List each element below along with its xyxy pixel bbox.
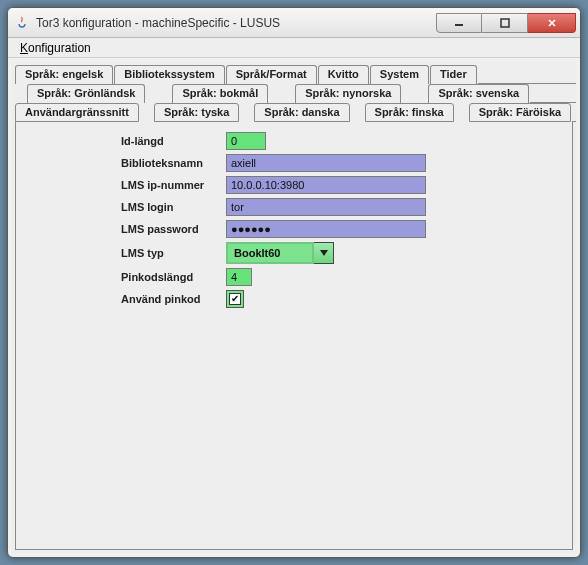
label-lms-ip: LMS ip-nummer	[26, 179, 226, 191]
label-biblioteksnamn: Biblioteksnamn	[26, 157, 226, 169]
input-pinkodslangd[interactable]	[226, 268, 252, 286]
checkbox-anvand-pinkod[interactable]: ✔	[226, 290, 244, 308]
label-lms-typ: LMS typ	[26, 247, 226, 259]
tab-sprak-danska[interactable]: Språk: danska	[254, 103, 349, 122]
tab-tider[interactable]: Tider	[430, 65, 477, 84]
label-lms-password: LMS password	[26, 223, 226, 235]
input-lms-login[interactable]	[226, 198, 426, 216]
tab-sprak-faroiska[interactable]: Språk: Färöiska	[469, 103, 572, 122]
window-buttons	[436, 13, 576, 33]
minimize-button[interactable]	[436, 13, 482, 33]
tab-system[interactable]: System	[370, 65, 429, 84]
form-panel: Id-längd Biblioteksnamn LMS ip-nummer LM…	[15, 122, 573, 550]
tab-row-3: Användargränssnitt Språk: tyska Språk: d…	[12, 103, 576, 122]
menu-konfiguration[interactable]: Konfiguration	[14, 39, 97, 57]
input-lms-ip[interactable]	[226, 176, 426, 194]
maximize-button[interactable]	[482, 13, 528, 33]
svg-rect-0	[455, 24, 463, 26]
tab-sprak-tyska[interactable]: Språk: tyska	[154, 103, 239, 122]
tab-row-2: Språk: Grönländsk Språk: bokmål Språk: n…	[12, 84, 576, 103]
tab-sprak-gronlandsk[interactable]: Språk: Grönländsk	[27, 84, 145, 103]
tab-anvandargranssnitt[interactable]: Användargränssnitt	[15, 103, 139, 122]
tab-sprak-format[interactable]: Språk/Format	[226, 65, 317, 84]
combo-lms-typ[interactable]: BookIt60	[226, 242, 334, 264]
input-lms-password[interactable]	[226, 220, 426, 238]
tab-sprak-svenska[interactable]: Språk: svenska	[428, 84, 529, 103]
tab-sprak-nynorska[interactable]: Språk: nynorska	[295, 84, 401, 103]
label-id-langd: Id-längd	[26, 135, 226, 147]
tab-bibliotekssystem[interactable]: Bibliotekssystem	[114, 65, 224, 84]
close-button[interactable]	[528, 13, 576, 33]
label-anvand-pinkod: Använd pinkod	[26, 293, 226, 305]
label-pinkodslangd: Pinkodslängd	[26, 271, 226, 283]
client-area: Språk: engelsk Bibliotekssystem Språk/Fo…	[12, 62, 576, 553]
tab-sprak-bokmal[interactable]: Språk: bokmål	[172, 84, 268, 103]
check-icon: ✔	[229, 293, 241, 305]
svg-rect-1	[501, 19, 509, 27]
window-title: Tor3 konfiguration - machineSpecific - L…	[36, 16, 436, 30]
tab-row-1: Språk: engelsk Bibliotekssystem Språk/Fo…	[12, 65, 576, 84]
input-biblioteksnamn[interactable]	[226, 154, 426, 172]
tab-sprak-engelsk[interactable]: Språk: engelsk	[15, 65, 113, 84]
tab-sprak-finska[interactable]: Språk: finska	[365, 103, 454, 122]
chevron-down-icon[interactable]	[314, 242, 334, 264]
tab-kvitto[interactable]: Kvitto	[318, 65, 369, 84]
input-id-langd[interactable]	[226, 132, 266, 150]
menubar: Konfiguration	[8, 38, 580, 58]
app-window: Tor3 konfiguration - machineSpecific - L…	[7, 7, 581, 558]
label-lms-login: LMS login	[26, 201, 226, 213]
java-icon	[14, 15, 30, 31]
titlebar: Tor3 konfiguration - machineSpecific - L…	[8, 8, 580, 38]
combo-lms-typ-value: BookIt60	[226, 242, 314, 264]
